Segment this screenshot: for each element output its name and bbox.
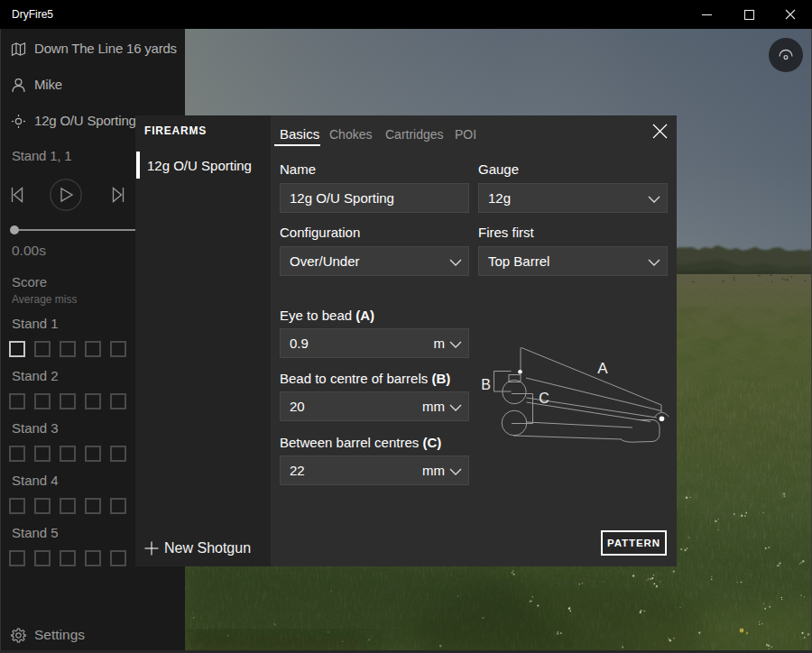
- svg-text:B: B: [481, 377, 491, 392]
- svg-text:A: A: [597, 360, 608, 377]
- svg-text:C: C: [539, 391, 549, 406]
